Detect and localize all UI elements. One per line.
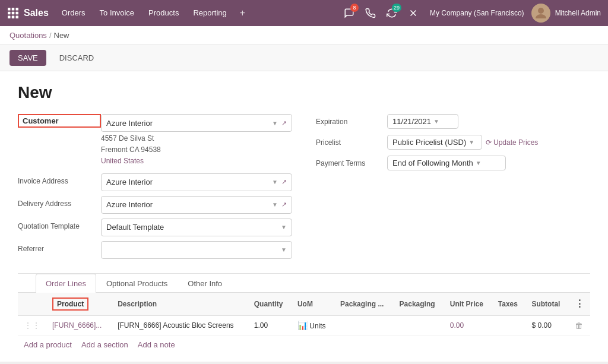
- address-line2: Fremont CA 94538: [101, 144, 292, 156]
- invoice-ext-link[interactable]: ↗: [281, 178, 287, 186]
- save-button[interactable]: SAVE: [10, 50, 46, 66]
- col-drag: [18, 293, 46, 316]
- row-uom[interactable]: 📊 Units: [292, 315, 334, 335]
- add-note-link[interactable]: Add a note: [138, 340, 175, 349]
- referrer-input[interactable]: ▼: [101, 241, 292, 259]
- tab-order-lines[interactable]: Order Lines: [36, 274, 96, 293]
- expiration-input[interactable]: 11/21/2021 ▼: [387, 114, 458, 129]
- app-grid-icon[interactable]: [5, 5, 21, 21]
- invoice-address-value-wrapper: Azure Interior ▼ ↗: [101, 173, 292, 191]
- description-text: [FURN_6666] Acoustic Bloc Screens: [118, 321, 233, 330]
- referrer-value-wrapper: ▼: [101, 241, 292, 259]
- col-quantity-header: Quantity: [248, 293, 292, 316]
- quotation-template-row: Quotation Template Default Template ▼: [18, 219, 292, 236]
- nav-reporting[interactable]: Reporting: [187, 0, 232, 26]
- delivery-ext-link[interactable]: ↗: [281, 201, 287, 208]
- row-packaging-qty[interactable]: [334, 315, 393, 335]
- tab-other-info[interactable]: Other Info: [178, 274, 232, 293]
- payment-terms-value-wrapper: End of Following Month ▼: [387, 156, 506, 170]
- row-quantity[interactable]: 1.00: [248, 315, 292, 335]
- col-packaging-header: Packaging: [394, 293, 444, 316]
- activity-button[interactable]: 29: [382, 4, 401, 23]
- tabs-container: Order Lines Optional Products Other Info…: [18, 273, 590, 354]
- customer-input-text: Azure Interior: [106, 119, 270, 128]
- delivery-address-label: Delivery Address: [18, 196, 101, 208]
- row-unit-price[interactable]: 0.00: [444, 315, 492, 335]
- pricelist-row: Pricelist Public Pricelist (USD) ▼ ⟳ Upd…: [316, 135, 590, 150]
- delivery-address-value-wrapper: Azure Interior ▼ ↗: [101, 196, 292, 214]
- col-actions-header: ⋮: [569, 293, 590, 316]
- svg-point-11: [538, 8, 544, 14]
- row-description[interactable]: [FURN_6666] Acoustic Bloc Screens: [112, 315, 248, 335]
- customer-input[interactable]: Azure Interior ▼ ↗: [101, 114, 292, 132]
- quotation-template-input[interactable]: Default Template ▼: [101, 219, 292, 236]
- expiration-value-wrapper: 11/21/2021 ▼: [387, 114, 458, 129]
- svg-rect-1: [12, 8, 15, 11]
- address-line3[interactable]: United States: [101, 156, 292, 167]
- order-lines-table: Product Description Quantity UoM Packagi…: [18, 293, 590, 335]
- uom-text: Units: [309, 322, 325, 330]
- pricelist-label: Pricelist: [316, 138, 387, 147]
- row-delete[interactable]: 🗑: [569, 315, 590, 335]
- tab-optional-products[interactable]: Optional Products: [96, 274, 178, 293]
- delete-row-icon[interactable]: 🗑: [575, 321, 583, 330]
- close-button[interactable]: [404, 4, 423, 23]
- pricelist-value-wrapper: Public Pricelist (USD) ▼ ⟳ Update Prices: [387, 135, 538, 150]
- col-more-icon[interactable]: ⋮: [575, 299, 584, 309]
- invoice-address-text: Azure Interior: [106, 178, 270, 186]
- col-taxes-header: Taxes: [492, 293, 526, 316]
- discard-button[interactable]: DISCARD: [51, 50, 103, 66]
- update-prices-button[interactable]: ⟳ Update Prices: [486, 138, 538, 147]
- delivery-address-input[interactable]: Azure Interior ▼ ↗: [101, 196, 292, 214]
- chart-icon: 📊: [297, 321, 308, 330]
- payment-terms-input[interactable]: End of Following Month ▼: [387, 156, 506, 170]
- col-uom-header: UoM: [292, 293, 334, 316]
- add-section-link[interactable]: Add a section: [81, 340, 128, 349]
- payment-terms-text: End of Following Month: [392, 159, 473, 167]
- breadcrumb-current: New: [54, 31, 69, 40]
- expiration-date-text: 11/21/2021: [392, 117, 431, 126]
- pricelist-input[interactable]: Public Pricelist (USD) ▼: [387, 135, 482, 150]
- col-unit-price-header: Unit Price: [444, 293, 492, 316]
- breadcrumb-separator: /: [49, 31, 52, 40]
- row-product[interactable]: [FURN_6666]...: [46, 315, 112, 335]
- breadcrumb-parent[interactable]: Quotations: [10, 31, 47, 40]
- messages-button[interactable]: 8: [340, 4, 359, 23]
- invoice-address-label: Invoice Address: [18, 173, 101, 185]
- nav-to-invoice[interactable]: To Invoice: [94, 0, 141, 26]
- svg-rect-5: [16, 12, 19, 15]
- row-packaging[interactable]: [394, 315, 444, 335]
- row-taxes[interactable]: [492, 315, 526, 335]
- svg-rect-2: [16, 8, 19, 11]
- refresh-icon: ⟳: [486, 138, 492, 147]
- template-arrow: ▼: [281, 224, 287, 230]
- invoice-address-row: Invoice Address Azure Interior ▼ ↗: [18, 173, 292, 191]
- row-drag-handle[interactable]: ⋮⋮: [18, 315, 46, 335]
- customer-external-link[interactable]: ↗: [281, 119, 287, 127]
- nav-products[interactable]: Products: [142, 0, 185, 26]
- col-product-header: Product: [46, 293, 112, 316]
- customer-address: 4557 De Silva St Fremont CA 94538 United…: [101, 132, 292, 169]
- table-row: ⋮⋮ [FURN_6666]... [FURN_6666] Acoustic B…: [18, 315, 590, 335]
- product-col-label: Product: [52, 297, 88, 311]
- user-avatar[interactable]: [531, 4, 550, 23]
- referrer-label: Referrer: [18, 241, 101, 253]
- subtotal-text: $ 0.00: [531, 321, 551, 330]
- phone-button[interactable]: [361, 4, 380, 23]
- top-navigation: Sales Orders To Invoice Products Reporti…: [0, 0, 608, 26]
- nav-plus-button[interactable]: +: [235, 8, 250, 18]
- messages-badge: 8: [350, 4, 359, 12]
- tabs-list: Order Lines Optional Products Other Info: [18, 274, 590, 293]
- right-form-section: Expiration 11/21/2021 ▼ Pricelist Public…: [316, 114, 590, 264]
- svg-rect-4: [12, 12, 15, 15]
- customer-label: Customer: [18, 114, 101, 128]
- invoice-address-input[interactable]: Azure Interior ▼ ↗: [101, 173, 292, 191]
- svg-rect-3: [8, 12, 11, 15]
- add-product-link[interactable]: Add a product: [24, 340, 72, 349]
- nav-orders[interactable]: Orders: [56, 0, 91, 26]
- drag-handle-icon[interactable]: ⋮⋮: [24, 321, 40, 330]
- update-prices-label: Update Prices: [493, 138, 538, 147]
- activity-badge: 29: [392, 4, 401, 12]
- main-content: New Customer Azure Interior ▼ ↗ 4557 De …: [0, 71, 608, 362]
- quotation-template-value-wrapper: Default Template ▼: [101, 219, 292, 236]
